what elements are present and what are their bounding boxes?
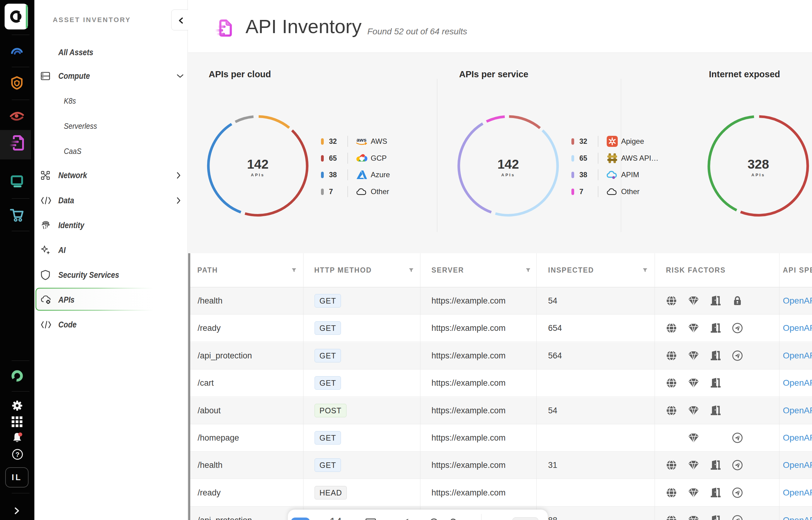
- svg-text:aws: aws: [356, 137, 367, 143]
- svg-text:?: ?: [15, 451, 19, 458]
